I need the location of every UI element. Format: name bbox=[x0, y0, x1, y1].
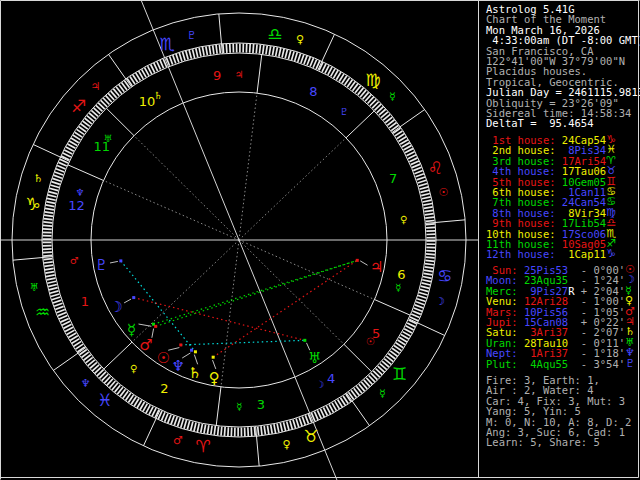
house-number: 1 bbox=[81, 294, 89, 309]
planet-glyph-icon: ♀ bbox=[209, 369, 220, 387]
planet-glyph-icon: ♆ bbox=[172, 357, 185, 375]
planet-label: Plut: bbox=[486, 359, 518, 369]
house-number: 6 bbox=[397, 267, 405, 282]
sign-ruler-icon: ♆ bbox=[81, 377, 91, 390]
sign-ruler-icon: ☿ bbox=[379, 387, 386, 400]
house-cusp-segment bbox=[257, 54, 262, 93]
astrolog-window: ♈♂♉♀♊☿♋☽♌☉♍☿♎♀♏♇♐♃♑♄♒♅♓♆1♂2♀3☿4☽5☉6☿7♀8♇… bbox=[0, 0, 640, 480]
planet-position-dot bbox=[303, 339, 306, 342]
planet-pointer-line bbox=[360, 261, 367, 265]
sign-ruler-icon: ♄ bbox=[33, 172, 43, 185]
aspect-line-sextile bbox=[181, 340, 305, 345]
house-number: 3 bbox=[257, 397, 265, 412]
house-ruler-icon: ♃ bbox=[235, 69, 244, 80]
planet-glyph-icon: ♃ bbox=[370, 258, 383, 276]
header-line: DeltaT = 95.4654 bbox=[486, 118, 640, 128]
planet-glyph-icon: ☽ bbox=[109, 298, 122, 316]
planet-pointer-line bbox=[110, 261, 118, 263]
sign-ruler-icon: ♀ bbox=[283, 438, 291, 451]
planet-icon: ♇ bbox=[625, 359, 635, 369]
house-ruler-icon: ♅ bbox=[103, 133, 112, 144]
house-cusp-ray bbox=[134, 136, 239, 240]
info-panel: Astrolog 5.41GChart of the MomentMon Mar… bbox=[486, 0, 636, 478]
house-ruler-icon: ♂ bbox=[70, 255, 79, 266]
sign-boundary bbox=[108, 54, 131, 87]
sign-glyph-icon: ♐ bbox=[71, 96, 86, 116]
house-ruler-icon: ♄ bbox=[154, 90, 163, 101]
planet-glyph-icon: ♂ bbox=[139, 336, 152, 354]
house-ruler-icon: ☿ bbox=[395, 282, 401, 293]
sign-ruler-icon: ♃ bbox=[91, 80, 101, 93]
planet-position-dot bbox=[212, 356, 215, 359]
planet-position-dot bbox=[194, 350, 197, 353]
planet-velocity: - 3°54' bbox=[575, 359, 626, 369]
house-cusp-value: 1Cap11 bbox=[556, 249, 607, 259]
house-cusp-ray bbox=[221, 240, 239, 387]
zodiac-sign-icon: ♑ bbox=[606, 249, 616, 259]
house-cusp-segment bbox=[346, 111, 374, 138]
planet-glyph-icon: ♄ bbox=[188, 364, 201, 382]
planet-glyph-icon: ☿ bbox=[127, 321, 136, 339]
planet-position-dot bbox=[356, 259, 359, 262]
house-cusp-segment bbox=[216, 387, 221, 426]
house-ruler-icon: ☉ bbox=[366, 336, 375, 347]
planet-position-dot bbox=[179, 343, 182, 346]
sign-glyph-icon: ♈ bbox=[195, 436, 210, 456]
house-number: 9 bbox=[213, 68, 221, 83]
sign-glyph-icon: ♏ bbox=[160, 34, 175, 54]
sign-glyph-icon: ♒ bbox=[35, 302, 50, 322]
house-cusp-segment bbox=[344, 344, 372, 371]
planet-position-dot bbox=[119, 259, 122, 262]
house-cusp-ray bbox=[239, 93, 257, 240]
house-cusp-list: 1st house: 24Cap54♑ 2nd house: 8Pis34♓ 3… bbox=[486, 135, 636, 260]
house-ruler-icon: ♆ bbox=[76, 187, 85, 198]
house-row: 12th house: 1Cap11♑ bbox=[486, 249, 636, 259]
house-number: 8 bbox=[309, 84, 317, 99]
house-ruler-icon: ♇ bbox=[340, 106, 349, 117]
sign-boundary bbox=[347, 393, 370, 426]
sign-boundary bbox=[53, 348, 86, 371]
house-label: 12th house: bbox=[486, 249, 556, 259]
sign-glyph-icon: ♓ bbox=[97, 390, 112, 410]
house-cusp-segment bbox=[106, 108, 134, 135]
planet-glyph-icon: ♇ bbox=[94, 256, 107, 274]
planet-position-dot bbox=[190, 349, 193, 352]
element-stats-block: Fire: 3, Earth: 1,Air : 2, Water: 4Car: … bbox=[486, 375, 631, 448]
chart-wheel: ♈♂♉♀♊☿♋☽♌☉♍☿♎♀♏♇♐♃♑♄♒♅♓♆1♂2♀3☿4☽5☉6☿7♀8♇… bbox=[0, 0, 479, 480]
house-cusp-segment bbox=[375, 300, 411, 316]
house-ruler-icon: ♀ bbox=[400, 214, 407, 225]
sign-glyph-icon: ♊ bbox=[392, 364, 407, 384]
stats-line: Learn: 5, Share: 5 bbox=[486, 437, 631, 447]
house-ruler-icon: ☽ bbox=[316, 379, 325, 390]
sign-ruler-icon: ♅ bbox=[30, 281, 40, 294]
planet-row: Plut: 4Aqu55 - 3°54'♇ bbox=[486, 359, 636, 369]
aspect-line-trine bbox=[156, 260, 358, 326]
sign-ruler-icon: ♀ bbox=[296, 33, 304, 46]
sign-ruler-icon: ♇ bbox=[186, 29, 196, 42]
sign-ruler-icon: ☿ bbox=[389, 90, 396, 103]
sign-glyph-icon: ♌ bbox=[428, 158, 443, 178]
planet-position-dot bbox=[154, 325, 157, 328]
planet-glyph-icon: ♅ bbox=[308, 349, 321, 367]
house-cusp-ray bbox=[239, 138, 346, 240]
sign-ruler-icon: ♂ bbox=[173, 434, 183, 447]
house-ruler-icon: ☿ bbox=[236, 401, 242, 412]
planet-position-dot bbox=[132, 296, 135, 299]
house-number: 7 bbox=[389, 171, 397, 186]
sign-boundary bbox=[392, 109, 425, 132]
planet-pointer-line bbox=[213, 360, 216, 369]
sign-glyph-icon: ♋ bbox=[437, 266, 452, 286]
sign-ruler-icon: ☽ bbox=[435, 295, 445, 308]
sign-glyph-icon: ♎ bbox=[267, 24, 282, 44]
planet-position-value: 4Aqu55 bbox=[518, 359, 569, 369]
house-cusp-segment bbox=[104, 342, 132, 369]
sign-glyph-icon: ♉ bbox=[303, 426, 318, 446]
house-number: 12 bbox=[68, 198, 85, 213]
house-cusp-ray bbox=[132, 240, 239, 342]
planet-position-list: Sun: 25Pis53 - 0°00'☉Moon: 23Aqu35 - 1°2… bbox=[486, 265, 636, 369]
sign-ruler-icon: ☉ bbox=[439, 186, 449, 199]
house-number: 2 bbox=[160, 381, 168, 396]
planet-pointer-line bbox=[124, 299, 131, 303]
house-number: 4 bbox=[327, 371, 335, 386]
planet-pointer-line bbox=[139, 324, 152, 326]
